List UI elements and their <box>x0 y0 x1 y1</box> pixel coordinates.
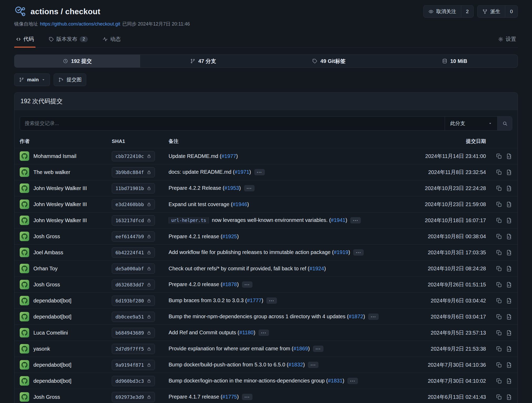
commit-sha-button[interactable]: 692973e3d9 <box>112 392 155 402</box>
browse-source-button[interactable] <box>506 266 512 272</box>
forks-count[interactable]: 0 <box>505 6 518 17</box>
stat-commits[interactable]: 192 提交 <box>14 55 140 67</box>
copy-sha-button[interactable] <box>496 266 502 272</box>
issue-link[interactable]: #1878 <box>222 281 237 287</box>
issue-link[interactable]: #1971 <box>235 169 249 175</box>
browse-source-button[interactable] <box>506 169 512 175</box>
lock-icon <box>147 347 151 351</box>
branch-selector[interactable]: main <box>14 73 50 86</box>
issue-link[interactable]: #1775 <box>222 394 237 400</box>
stat-tags[interactable]: 49 Git标签 <box>266 55 392 67</box>
browse-source-button[interactable] <box>506 233 512 240</box>
issue-link[interactable]: #1946 <box>232 201 247 207</box>
copy-sha-button[interactable] <box>496 346 502 352</box>
issue-link[interactable]: #1953 <box>224 185 239 191</box>
expand-commit-message-button[interactable]: ··· <box>350 217 361 223</box>
browse-source-button[interactable] <box>506 330 512 336</box>
copy-sha-button[interactable] <box>496 217 502 223</box>
stat-size[interactable]: 10 MiB <box>392 55 518 67</box>
issue-link[interactable]: #1977 <box>221 153 236 159</box>
commit-sha-button[interactable]: cbb722410c <box>112 151 155 161</box>
repo-title[interactable]: actions / checkout <box>31 7 100 16</box>
browse-source-button[interactable] <box>506 378 512 384</box>
issue-link[interactable]: #1941 <box>331 217 346 223</box>
copy-sha-button[interactable] <box>496 314 502 320</box>
commit-sha-button[interactable]: 6d193bf280 <box>112 296 155 306</box>
copy-sha-button[interactable] <box>496 394 502 400</box>
issue-link[interactable]: #1180 <box>239 330 254 335</box>
commit-sha-button[interactable]: 3b9b8c884f <box>112 167 155 177</box>
expand-commit-message-button[interactable]: ··· <box>353 249 364 256</box>
browse-source-button[interactable] <box>506 153 512 159</box>
issue-link[interactable]: #1872 <box>349 314 363 319</box>
browse-source-button[interactable] <box>506 314 512 320</box>
fork-button[interactable]: 派生 <box>478 6 505 17</box>
copy-sha-button[interactable] <box>496 282 502 288</box>
expand-commit-message-button[interactable]: ··· <box>244 185 255 191</box>
branch-filter-dropdown[interactable]: 此分支 <box>445 117 497 130</box>
browse-source-button[interactable] <box>506 201 512 207</box>
commit-message-text: Bump docker/login-action in the minor-ac… <box>169 378 328 384</box>
commit-sha-button[interactable]: d632683dd7 <box>112 280 155 290</box>
mirror-url-link[interactable]: https://github.com/actions/checkout.git <box>40 21 120 27</box>
watchers-count[interactable]: 2 <box>461 6 474 17</box>
browse-source-button[interactable] <box>506 217 512 223</box>
issue-link[interactable]: #1925 <box>222 233 237 239</box>
commit-sha-button[interactable]: dd960bd3c3 <box>112 376 155 386</box>
expand-commit-message-button[interactable]: ··· <box>254 169 265 175</box>
expand-commit-message-button[interactable]: ··· <box>242 394 252 400</box>
expand-commit-message-button[interactable]: ··· <box>368 314 379 320</box>
commit-sha-button[interactable]: 163217dfcd <box>112 215 155 226</box>
commit-sha-button[interactable]: e3d2460bbb <box>112 199 155 210</box>
expand-commit-message-button[interactable]: ··· <box>242 281 252 288</box>
stat-branches[interactable]: 47 分支 <box>140 55 266 67</box>
expand-commit-message-button[interactable]: ··· <box>347 378 358 384</box>
copy-sha-button[interactable] <box>496 169 502 175</box>
commit-sha-button[interactable]: 2d7d9f7ff5 <box>112 344 155 354</box>
commit-sha-button[interactable]: 11bd71901b <box>112 183 155 193</box>
commit-graph-button[interactable]: 提交图 <box>54 73 86 86</box>
commit-sha-button[interactable]: db0cee9a51 <box>112 312 155 322</box>
commit-search-input[interactable] <box>20 117 445 130</box>
unwatch-button[interactable]: 取消关注 <box>424 6 461 17</box>
copy-sha-button[interactable] <box>496 185 502 191</box>
copy-sha-button[interactable] <box>496 250 502 256</box>
browse-source-button[interactable] <box>506 185 512 191</box>
tab-releases[interactable]: 版本发布 2 <box>47 31 89 47</box>
copy-sha-button[interactable] <box>496 233 502 240</box>
expand-commit-message-button[interactable]: ··· <box>313 346 323 352</box>
commit-message-text: Bump the minor-npm-dependencies group ac… <box>169 314 349 319</box>
commit-sha-button[interactable]: de5a000abf <box>112 263 155 274</box>
browse-source-button[interactable] <box>506 394 512 400</box>
commit-message-text-after: ) <box>249 169 251 175</box>
issue-link[interactable]: #1777 <box>247 297 262 303</box>
search-button[interactable] <box>497 117 512 130</box>
tab-code[interactable]: 代码 <box>14 31 36 47</box>
commit-sha-button[interactable]: eef61447b9 <box>112 231 155 242</box>
issue-link[interactable]: #1832 <box>288 362 303 367</box>
expand-commit-message-button[interactable]: ··· <box>308 362 318 368</box>
browse-source-button[interactable] <box>506 250 512 256</box>
commit-sha-button[interactable]: 9a9194f871 <box>112 360 155 370</box>
tab-settings[interactable]: 设置 <box>496 31 518 47</box>
expand-commit-message-button[interactable]: ··· <box>259 330 269 336</box>
browse-source-button[interactable] <box>506 362 512 368</box>
issue-link[interactable]: #1869 <box>293 346 308 351</box>
browse-source-button[interactable] <box>506 282 512 288</box>
issue-link[interactable]: #1919 <box>334 249 348 255</box>
commit-sha-button[interactable]: 6b42224f41 <box>112 247 155 258</box>
expand-commit-message-button[interactable]: ··· <box>266 297 277 304</box>
issue-link[interactable]: #1924 <box>310 266 324 271</box>
copy-sha-button[interactable] <box>496 378 502 384</box>
copy-sha-button[interactable] <box>496 330 502 336</box>
issue-link[interactable]: #1831 <box>328 378 343 384</box>
copy-sha-button[interactable] <box>496 201 502 207</box>
browse-source-button[interactable] <box>506 298 512 304</box>
commit-sha-button[interactable]: b684943689 <box>112 328 155 338</box>
lock-icon <box>147 395 151 399</box>
copy-sha-button[interactable] <box>496 362 502 368</box>
copy-sha-button[interactable] <box>496 153 502 159</box>
browse-source-button[interactable] <box>506 346 512 352</box>
tab-activity[interactable]: 动态 <box>101 31 122 47</box>
copy-sha-button[interactable] <box>496 298 502 304</box>
